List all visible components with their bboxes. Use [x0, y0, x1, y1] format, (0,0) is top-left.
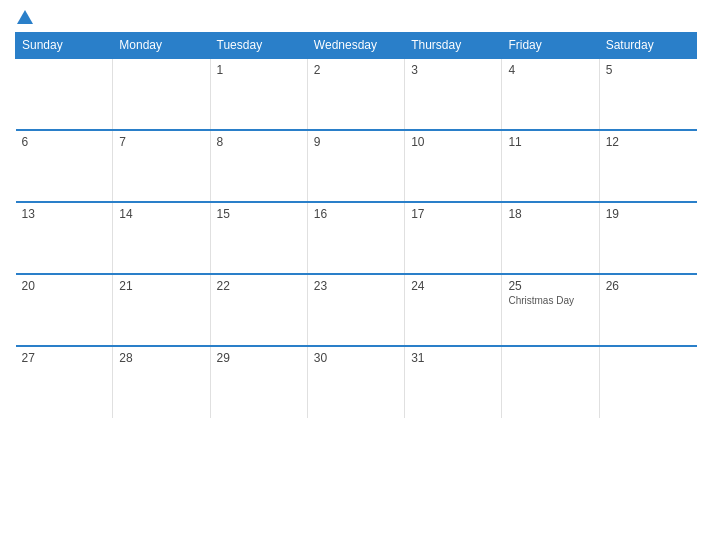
day-number: 2 — [314, 63, 398, 77]
week-row-4: 202122232425Christmas Day26 — [16, 274, 697, 346]
calendar-cell: 10 — [405, 130, 502, 202]
calendar-cell: 13 — [16, 202, 113, 274]
week-row-3: 13141516171819 — [16, 202, 697, 274]
day-number: 30 — [314, 351, 398, 365]
day-number: 4 — [508, 63, 592, 77]
calendar-cell: 30 — [307, 346, 404, 418]
day-number: 27 — [22, 351, 107, 365]
calendar-table: SundayMondayTuesdayWednesdayThursdayFrid… — [15, 32, 697, 418]
calendar-cell: 27 — [16, 346, 113, 418]
calendar-page: SundayMondayTuesdayWednesdayThursdayFrid… — [0, 0, 712, 550]
calendar-cell: 28 — [113, 346, 210, 418]
day-number: 26 — [606, 279, 691, 293]
day-number: 14 — [119, 207, 203, 221]
calendar-cell — [113, 58, 210, 130]
day-number: 31 — [411, 351, 495, 365]
day-number: 20 — [22, 279, 107, 293]
calendar-cell: 14 — [113, 202, 210, 274]
day-number: 9 — [314, 135, 398, 149]
day-number: 6 — [22, 135, 107, 149]
day-number: 3 — [411, 63, 495, 77]
calendar-cell: 24 — [405, 274, 502, 346]
calendar-cell: 4 — [502, 58, 599, 130]
day-number: 24 — [411, 279, 495, 293]
day-number: 7 — [119, 135, 203, 149]
logo — [15, 10, 35, 24]
calendar-cell: 25Christmas Day — [502, 274, 599, 346]
day-number: 15 — [217, 207, 301, 221]
weekday-header-thursday: Thursday — [405, 33, 502, 59]
calendar-cell: 31 — [405, 346, 502, 418]
holiday-label: Christmas Day — [508, 295, 592, 306]
calendar-cell: 17 — [405, 202, 502, 274]
day-number: 18 — [508, 207, 592, 221]
day-number: 22 — [217, 279, 301, 293]
day-number: 13 — [22, 207, 107, 221]
calendar-cell: 7 — [113, 130, 210, 202]
day-number: 17 — [411, 207, 495, 221]
calendar-cell: 20 — [16, 274, 113, 346]
day-number: 21 — [119, 279, 203, 293]
day-number: 10 — [411, 135, 495, 149]
day-number: 1 — [217, 63, 301, 77]
day-number: 8 — [217, 135, 301, 149]
day-number: 23 — [314, 279, 398, 293]
calendar-cell: 11 — [502, 130, 599, 202]
day-number: 16 — [314, 207, 398, 221]
calendar-cell: 23 — [307, 274, 404, 346]
calendar-cell: 12 — [599, 130, 696, 202]
calendar-cell: 15 — [210, 202, 307, 274]
calendar-cell: 6 — [16, 130, 113, 202]
calendar-header: SundayMondayTuesdayWednesdayThursdayFrid… — [16, 33, 697, 59]
weekday-header-sunday: Sunday — [16, 33, 113, 59]
calendar-cell: 9 — [307, 130, 404, 202]
week-row-1: 12345 — [16, 58, 697, 130]
days-of-week-row: SundayMondayTuesdayWednesdayThursdayFrid… — [16, 33, 697, 59]
week-row-5: 2728293031 — [16, 346, 697, 418]
calendar-cell: 16 — [307, 202, 404, 274]
calendar-cell: 18 — [502, 202, 599, 274]
calendar-cell: 3 — [405, 58, 502, 130]
day-number: 12 — [606, 135, 691, 149]
calendar-cell: 29 — [210, 346, 307, 418]
calendar-cell: 1 — [210, 58, 307, 130]
weekday-header-saturday: Saturday — [599, 33, 696, 59]
day-number: 19 — [606, 207, 691, 221]
calendar-body: 1234567891011121314151617181920212223242… — [16, 58, 697, 418]
day-number: 11 — [508, 135, 592, 149]
week-row-2: 6789101112 — [16, 130, 697, 202]
calendar-cell: 21 — [113, 274, 210, 346]
calendar-cell: 2 — [307, 58, 404, 130]
day-number: 5 — [606, 63, 691, 77]
day-number: 28 — [119, 351, 203, 365]
calendar-cell: 26 — [599, 274, 696, 346]
header — [15, 10, 697, 24]
logo-triangle-icon — [17, 10, 33, 24]
weekday-header-friday: Friday — [502, 33, 599, 59]
calendar-cell: 5 — [599, 58, 696, 130]
weekday-header-monday: Monday — [113, 33, 210, 59]
day-number: 25 — [508, 279, 592, 293]
calendar-cell: 8 — [210, 130, 307, 202]
calendar-cell — [502, 346, 599, 418]
calendar-cell — [599, 346, 696, 418]
calendar-cell — [16, 58, 113, 130]
calendar-cell: 19 — [599, 202, 696, 274]
weekday-header-wednesday: Wednesday — [307, 33, 404, 59]
weekday-header-tuesday: Tuesday — [210, 33, 307, 59]
calendar-cell: 22 — [210, 274, 307, 346]
day-number: 29 — [217, 351, 301, 365]
